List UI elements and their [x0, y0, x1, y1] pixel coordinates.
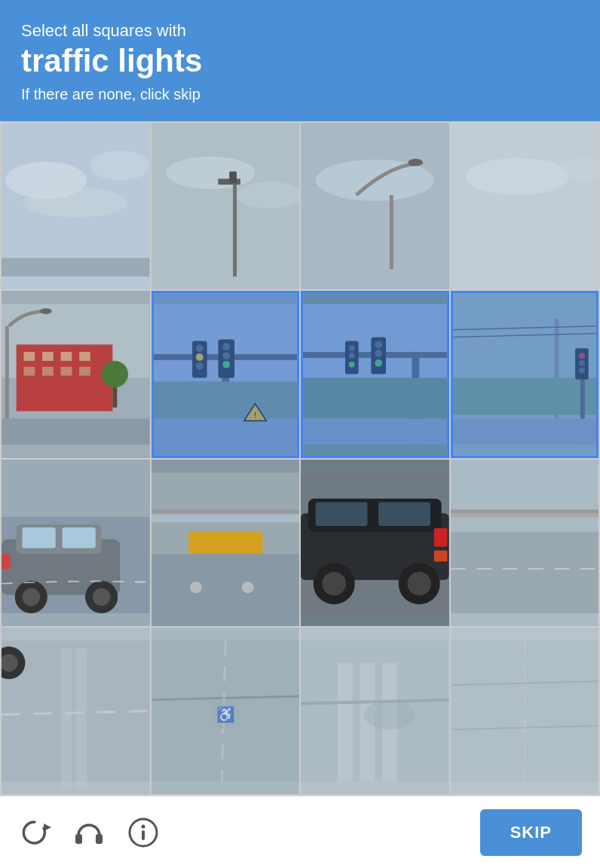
footer-icons: [18, 816, 160, 849]
svg-rect-127: [451, 640, 599, 781]
svg-point-56: [349, 346, 355, 352]
svg-rect-67: [575, 349, 589, 380]
svg-rect-121: [338, 663, 353, 781]
svg-point-135: [142, 824, 145, 828]
grid-cell-r2c2[interactable]: !: [152, 291, 302, 459]
svg-rect-60: [301, 419, 449, 445]
info-icon: [127, 816, 160, 849]
svg-rect-21: [42, 353, 54, 362]
headphones-icon: [72, 816, 106, 849]
svg-rect-76: [23, 527, 56, 549]
svg-rect-11: [301, 136, 449, 277]
svg-point-79: [23, 588, 41, 606]
grid-cell-r3c4[interactable]: [451, 460, 601, 628]
svg-rect-77: [63, 527, 96, 549]
svg-rect-109: [61, 648, 72, 789]
grid-cell-r1c3[interactable]: [301, 123, 451, 291]
svg-rect-20: [23, 353, 35, 362]
svg-rect-84: [188, 531, 262, 553]
grid-cell-r3c2[interactable]: [152, 460, 302, 628]
svg-point-16: [465, 158, 569, 195]
svg-rect-10: [229, 172, 237, 184]
svg-point-58: [349, 362, 355, 368]
grid-cell-r1c4[interactable]: [451, 123, 601, 291]
audio-button[interactable]: [72, 816, 106, 849]
svg-point-54: [375, 359, 382, 367]
svg-point-39: [195, 362, 203, 370]
grid-cell-r4c4[interactable]: [451, 628, 601, 796]
grid-cell-r2c4[interactable]: [451, 291, 601, 459]
svg-text:!: !: [253, 410, 256, 420]
svg-rect-45: [152, 419, 300, 445]
svg-rect-27: [79, 367, 90, 376]
svg-rect-93: [316, 502, 368, 525]
svg-point-38: [195, 353, 203, 361]
svg-point-42: [222, 353, 230, 360]
svg-rect-94: [378, 502, 430, 525]
svg-rect-66: [580, 363, 584, 445]
svg-rect-24: [23, 367, 35, 376]
svg-rect-22: [61, 353, 72, 362]
svg-rect-82: [2, 554, 11, 569]
svg-rect-72: [2, 472, 150, 517]
info-button[interactable]: [127, 816, 160, 849]
grid-cell-r4c3[interactable]: [301, 628, 451, 796]
svg-point-37: [195, 345, 203, 353]
svg-rect-61: [451, 304, 599, 386]
grid-cell-r4c1[interactable]: [2, 628, 152, 796]
svg-point-57: [349, 353, 355, 359]
svg-rect-50: [412, 353, 419, 445]
svg-point-6: [166, 157, 255, 189]
svg-text:♿: ♿: [216, 705, 234, 723]
svg-rect-48: [301, 304, 449, 378]
svg-rect-49: [301, 353, 449, 359]
svg-marker-131: [44, 824, 51, 831]
svg-point-41: [222, 344, 230, 351]
captcha-footer: SKIP: [0, 796, 600, 868]
svg-rect-103: [451, 513, 599, 517]
svg-point-3: [23, 188, 127, 217]
svg-rect-26: [61, 367, 72, 376]
svg-point-88: [190, 581, 202, 593]
svg-rect-23: [79, 353, 90, 362]
skip-button[interactable]: SKIP: [480, 809, 582, 856]
svg-rect-4: [2, 258, 150, 277]
svg-rect-86: [152, 509, 300, 514]
svg-line-64: [451, 334, 599, 338]
svg-rect-62: [554, 319, 559, 445]
svg-point-2: [90, 151, 150, 180]
svg-rect-85: [152, 513, 300, 522]
svg-rect-9: [218, 179, 240, 185]
svg-rect-87: [152, 554, 300, 613]
grid-cell-r1c2[interactable]: [152, 123, 302, 291]
svg-rect-15: [451, 136, 599, 277]
svg-point-89: [241, 581, 253, 593]
svg-rect-99: [434, 528, 448, 547]
svg-point-96: [322, 572, 345, 595]
svg-point-68: [578, 353, 584, 359]
grid-cell-r2c3[interactable]: [301, 291, 451, 459]
grid-cell-r3c1[interactable]: [2, 460, 152, 628]
refresh-button[interactable]: [18, 816, 51, 849]
svg-rect-25: [42, 367, 54, 376]
captcha-header: Select all squares with traffic lights I…: [0, 0, 600, 121]
svg-rect-71: [451, 419, 599, 445]
header-title: traffic lights: [21, 44, 579, 78]
svg-rect-55: [345, 341, 359, 374]
svg-point-69: [578, 360, 584, 366]
svg-rect-33: [152, 304, 300, 386]
grid-cell-r4c2[interactable]: ♿: [152, 628, 302, 796]
svg-point-29: [102, 361, 128, 387]
grid-cell-r2c1[interactable]: [2, 291, 152, 459]
svg-point-43: [222, 361, 230, 368]
svg-rect-65: [451, 378, 599, 415]
svg-point-53: [375, 350, 382, 358]
grid-cell-r1c1[interactable]: [2, 123, 152, 291]
svg-rect-100: [434, 550, 448, 561]
svg-point-70: [578, 368, 584, 374]
svg-point-81: [93, 588, 111, 606]
header-subtitle: Select all squares with: [21, 21, 579, 41]
grid-cell-r3c3[interactable]: [301, 460, 451, 628]
svg-rect-36: [192, 341, 207, 378]
svg-point-98: [407, 572, 430, 595]
